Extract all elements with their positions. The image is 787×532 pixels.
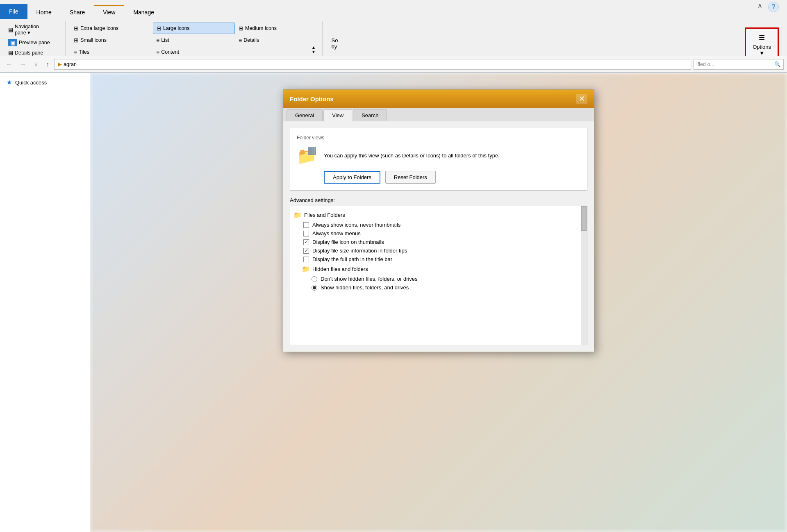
ribbon-tabs: File Home Share View Manage ∧ ? [0, 0, 787, 19]
always-show-menus-item[interactable]: Always show menus [290, 229, 587, 238]
always-show-menus-label: Always show menus [312, 230, 361, 236]
display-full-path-checkbox[interactable] [303, 257, 309, 262]
show-hidden-radio[interactable] [312, 285, 317, 291]
tab-manage[interactable]: Manage [124, 6, 163, 19]
sidebar-item-quick-access[interactable]: ★ Quick access [0, 76, 90, 89]
dialog-tabs: General View Search [283, 108, 594, 121]
display-file-icon-item[interactable]: Display file icon on thumbnails [290, 238, 587, 246]
forward-button[interactable]: → [17, 60, 29, 69]
folder-icon-small: ▶ [58, 61, 62, 67]
dialog-overlay: Folder Options ✕ General View Search Fol… [90, 73, 787, 532]
back-button[interactable]: ← [3, 60, 15, 69]
display-full-path-label: Display the full path in the title bar [312, 256, 392, 262]
dialog-tab-general[interactable]: General [287, 109, 323, 121]
content-area: Folder Options ✕ General View Search Fol… [90, 73, 787, 532]
dont-show-hidden-radio[interactable] [312, 276, 317, 282]
dialog-close-button[interactable]: ✕ [576, 94, 587, 104]
advanced-settings-label: Advanced settings: [290, 197, 587, 203]
files-and-folders-category: 📁 Files and Folders [290, 209, 587, 221]
options-label: Options [753, 44, 771, 50]
options-dropdown-arrow: ▼ [759, 50, 764, 56]
details-button[interactable]: ≡ Details [235, 34, 317, 46]
search-icon: 🔍 [774, 61, 781, 67]
preview-pane-icon: ▣ [8, 39, 17, 46]
folder-views-title: Folder views [297, 135, 580, 141]
dialog-tab-view[interactable]: View [323, 109, 352, 121]
preview-pane-label: Preview pane [19, 40, 50, 45]
large-icons-button[interactable]: ⊟ Large icons [153, 23, 235, 34]
address-input[interactable]: ▶ agran [54, 59, 691, 70]
display-file-icon-label: Display file icon on thumbnails [312, 239, 384, 245]
list-button[interactable]: ≡ List [153, 34, 235, 46]
folder-grid-overlay [308, 147, 316, 155]
details-pane-label: Details pane [15, 50, 43, 56]
dialog-tab-search[interactable]: Search [353, 109, 387, 121]
quick-access-icon: ★ [7, 79, 12, 86]
hidden-files-folder-icon: 📁 [302, 265, 310, 273]
small-icons-icon: ⊞ [74, 37, 79, 43]
scrollbar-thumb[interactable] [581, 206, 587, 231]
recent-button[interactable]: ∨ [31, 59, 41, 69]
collapse-button[interactable]: ∧ [757, 2, 762, 9]
quick-access-label: Quick access [15, 80, 47, 86]
reset-folders-button[interactable]: Reset Folders [385, 171, 436, 184]
nav-pane-icon: ▤ [8, 27, 13, 33]
tab-file[interactable]: File [0, 4, 27, 19]
show-hidden-item[interactable]: Show hidden files, folders, and drives [290, 283, 587, 292]
advanced-settings-list[interactable]: 📁 Files and Folders Always show icons, n… [290, 206, 587, 345]
address-text: agran [64, 61, 77, 67]
search-text: ified o... [696, 61, 714, 67]
help-button[interactable]: ? [768, 2, 779, 12]
small-icons-button[interactable]: ⊞ Small icons [71, 34, 152, 46]
apply-to-folders-button[interactable]: Apply to Folders [324, 171, 380, 184]
dont-show-hidden-label: Don't show hidden files, folders, or dri… [321, 276, 418, 282]
extra-large-icon: ⊞ [74, 25, 79, 32]
folder-icon: 📁 [297, 146, 317, 166]
options-icon: ≡ [759, 31, 765, 44]
folder-views-section: Folder views 📁 [290, 128, 587, 191]
advanced-settings-section: Advanced settings: 📁 Files and Folders A… [290, 197, 587, 345]
dialog-body: Folder views 📁 [283, 121, 594, 352]
folder-views-content: 📁 You can apply this view (such as Detai… [297, 146, 580, 166]
category-folder-icon: 📁 [293, 211, 302, 219]
tab-home[interactable]: Home [27, 6, 61, 19]
tab-share[interactable]: Share [61, 6, 94, 19]
extra-large-icons-button[interactable]: ⊞ Extra large icons [71, 23, 152, 34]
folder-options-dialog: Folder Options ✕ General View Search Fol… [283, 89, 594, 352]
display-file-size-label: Display file size information in folder … [312, 248, 407, 254]
preview-pane-button[interactable]: ▣ Preview pane [5, 38, 53, 48]
medium-icons-button[interactable]: ⊞ Medium icons [235, 23, 317, 34]
advanced-list-scrollbar[interactable] [581, 206, 587, 345]
sort-line1: So [332, 37, 338, 43]
display-file-size-item[interactable]: Display file size information in folder … [290, 246, 587, 255]
always-show-icons-checkbox[interactable] [303, 222, 309, 228]
folder-views-description: You can apply this view (such as Details… [324, 152, 500, 160]
search-input[interactable]: ified o... 🔍 [694, 59, 784, 70]
details-pane-button[interactable]: ▤ Details pane [5, 48, 53, 57]
details-icon: ≡ [239, 37, 242, 43]
always-show-icons-label: Always show icons, never thumbnails [312, 222, 400, 228]
medium-icons-icon: ⊞ [239, 25, 243, 32]
category-label: Files and Folders [304, 212, 345, 218]
details-pane-icon: ▤ [8, 50, 13, 56]
tab-view[interactable]: View [94, 5, 124, 19]
always-show-menus-checkbox[interactable] [303, 231, 309, 236]
dialog-titlebar: Folder Options ✕ [283, 90, 594, 108]
display-file-icon-checkbox[interactable] [303, 239, 309, 245]
list-icon: ≡ [156, 37, 159, 43]
tiles-icon: ≡ [74, 49, 77, 55]
display-file-size-checkbox[interactable] [303, 248, 309, 254]
always-show-icons-item[interactable]: Always show icons, never thumbnails [290, 221, 587, 229]
sidebar: ★ Quick access [0, 73, 90, 532]
dialog-title: Folder Options [290, 95, 334, 102]
display-full-path-item[interactable]: Display the full path in the title bar [290, 255, 587, 264]
up-button[interactable]: ↑ [43, 60, 52, 69]
hidden-files-category: 📁 Hidden files and folders [290, 264, 587, 275]
folder-views-buttons: Apply to Folders Reset Folders [324, 171, 580, 184]
dont-show-hidden-item[interactable]: Don't show hidden files, folders, or dri… [290, 275, 587, 283]
options-button[interactable]: ≡ Options ▼ [745, 27, 779, 60]
content-icon: ≡ [156, 49, 159, 55]
sort-line2: by [332, 43, 338, 50]
main-area: ★ Quick access Folder Options ✕ General … [0, 73, 787, 532]
navigation-pane-button[interactable]: ▤ Navigationpane ▾ [5, 23, 53, 37]
